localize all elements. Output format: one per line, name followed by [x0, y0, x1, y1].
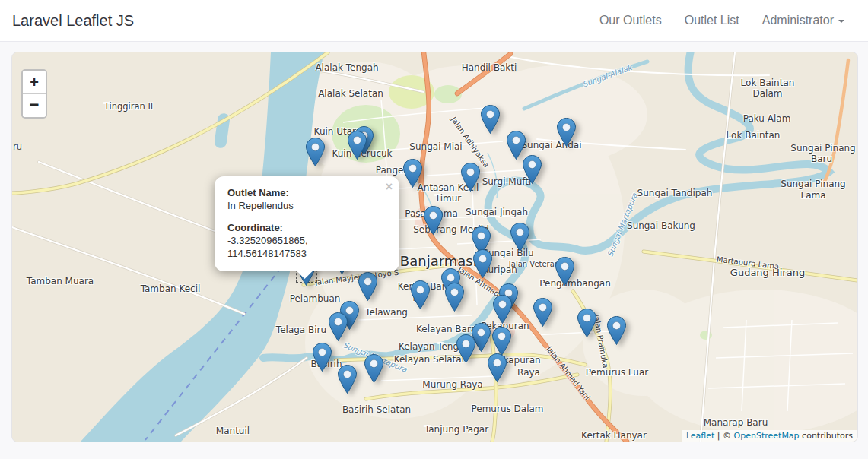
map-label: Tinggiran II: [104, 101, 153, 112]
map-label: Basirih Selatan: [342, 404, 411, 415]
map-label: Mantuil: [216, 426, 250, 436]
map-marker[interactable]: [523, 155, 542, 184]
map-marker[interactable]: [358, 272, 377, 301]
map-label: Sungai Tandipah: [637, 188, 713, 198]
map-attribution: Leaflet | © OpenStreetMap contributors: [682, 430, 857, 442]
map-label: Jalan Veteran: [509, 260, 559, 268]
map-label: Baru: [811, 154, 832, 164]
map-label: Raya: [517, 367, 540, 378]
map-marker[interactable]: [306, 138, 325, 166]
leaflet-link[interactable]: Leaflet: [686, 431, 714, 441]
map-marker[interactable]: [461, 163, 480, 192]
map-label: Sungai Pinang: [781, 179, 845, 189]
map-marker[interactable]: [488, 353, 507, 382]
map-label: Alalak Tengah: [315, 62, 378, 73]
map-label: Lama: [800, 190, 825, 201]
map-marker[interactable]: [329, 312, 348, 341]
map-marker[interactable]: [473, 249, 492, 278]
map-label: Dalam: [753, 88, 783, 99]
map-marker[interactable]: [313, 343, 332, 372]
map-label: Timur: [435, 193, 462, 204]
osm-link[interactable]: OpenStreetMap: [734, 431, 800, 441]
map-marker[interactable]: [424, 206, 443, 235]
map-marker[interactable]: [456, 334, 475, 363]
map-marker[interactable]: [555, 257, 574, 286]
map-card: Alalak TengahHandil BaktiAlalak SelatanT…: [11, 52, 858, 442]
map-label: Sungai Bakung: [627, 220, 695, 231]
map-label: Alalak Selatan: [318, 88, 383, 99]
map-label: Handil Bakti: [462, 62, 517, 73]
map-label: Tamban Kecil: [141, 283, 201, 294]
map-label: Pelambuan: [290, 293, 341, 304]
map-label: Pemurus Luar: [586, 367, 648, 378]
map-label: Sungai Pinang: [790, 143, 855, 154]
map-label: Pemurus Dalam: [471, 404, 543, 414]
map-marker[interactable]: [348, 131, 367, 160]
nav-administrator-dropdown[interactable]: Administrator: [751, 8, 856, 33]
attribution-separator: | ©: [714, 431, 733, 441]
navbar: Laravel Leaflet JS Our Outlets Outlet Li…: [0, 0, 868, 42]
map-marker[interactable]: [492, 327, 511, 356]
map-marker[interactable]: [577, 309, 596, 337]
chevron-down-icon: [838, 20, 844, 23]
map-marker[interactable]: [481, 105, 500, 134]
outlet-popup: Outlet Name: In Repellendus Coordinate: …: [215, 176, 399, 271]
attribution-suffix: contributors: [800, 431, 853, 441]
map-marker[interactable]: [493, 295, 512, 324]
map-label: Gudang Hirang: [730, 267, 805, 278]
popup-content: Outlet Name: In Repellendus Coordinate: …: [215, 176, 399, 271]
map-marker[interactable]: [338, 365, 357, 394]
map-label: Tanjung Pagar: [424, 424, 488, 435]
map-label: Kertak Hanyar: [581, 430, 647, 441]
map-label: Sungai Jingah: [466, 207, 528, 217]
zoom-out-button[interactable]: −: [23, 93, 46, 117]
popup-coordinate-value: -3.325209651865, 114.56148147583: [227, 234, 386, 260]
map-label: Tamban Muara: [27, 276, 94, 286]
zoom-in-button[interactable]: +: [23, 71, 46, 93]
popup-name-label: Outlet Name:: [227, 186, 386, 199]
map-marker[interactable]: [557, 118, 576, 147]
map-label: Pengambangan: [539, 278, 611, 289]
map-label: Lok Baintan: [741, 78, 795, 88]
map-label: Manarap Baru: [704, 417, 768, 428]
map-label: Paku Alam: [743, 113, 791, 124]
nav-outlet-list[interactable]: Outlet List: [673, 8, 751, 33]
nav-links: Our Outlets Outlet List Administrator: [588, 8, 856, 33]
app-brand[interactable]: Laravel Leaflet JS: [12, 12, 134, 30]
map-marker[interactable]: [510, 223, 529, 252]
map-label: Sungai Miai: [409, 141, 462, 152]
map-marker[interactable]: [445, 283, 464, 312]
map-label: Lok Baintan: [727, 130, 781, 141]
popup-close-button[interactable]: ×: [386, 180, 393, 194]
popup-outlet-name: In Repellendus: [227, 199, 386, 212]
map-marker[interactable]: [607, 316, 626, 345]
nav-administrator-label: Administrator: [762, 14, 834, 27]
map-label: ru: [13, 141, 22, 152]
map-label: Telawang: [365, 307, 408, 318]
map-label: Murung Raya: [422, 379, 482, 390]
map-label: Kelayan Barat: [416, 324, 480, 334]
map-label: Telaga Biru: [276, 324, 326, 335]
map-marker[interactable]: [411, 280, 430, 309]
popup-coordinate-label: Coordinate:: [227, 221, 386, 234]
map-marker[interactable]: [364, 354, 383, 383]
map-marker[interactable]: [533, 298, 552, 327]
zoom-control: + −: [21, 69, 47, 119]
map-marker[interactable]: [403, 159, 422, 188]
nav-our-outlets[interactable]: Our Outlets: [588, 8, 673, 33]
